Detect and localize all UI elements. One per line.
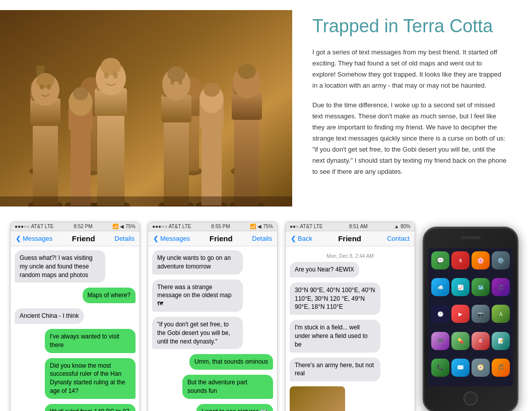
app-icon-weather[interactable]: ☁️: [431, 278, 449, 296]
msg-row: Are you Near? 4EWIX: [290, 262, 411, 281]
article-title: Trapped in Terra Cotta: [312, 15, 507, 37]
back-chevron-icon: ❮: [16, 235, 21, 242]
app-icon-game2[interactable]: 🎯: [472, 332, 490, 350]
message-bubble: 30°N 90°E, 40°N 100°E, 40°N 110°E, 30°N …: [290, 283, 380, 315]
app-icon-camera[interactable]: 📷: [472, 305, 490, 323]
back-chevron-icon: ❮: [291, 235, 296, 242]
svg-point-26: [47, 85, 51, 90]
phone-1-status-bar: ●●●○○ AT&T LTE 8:52 PM 📶 ◀ 75%: [11, 222, 140, 231]
phone-2: ●●●○○ AT&T LTE 8:55 PM 📶 ◀ 75% ❮ Message…: [148, 222, 278, 411]
message-bubble: "if you don't get set free, to the Gobi …: [152, 317, 243, 349]
svg-point-56: [73, 87, 88, 100]
svg-point-33: [101, 58, 121, 75]
phone-2-carrier: ●●●○○ AT&T LTE: [152, 224, 191, 229]
message-bubble: But the adventure part sounds fun: [182, 375, 273, 399]
phone-3-battery: ▲ 80%: [394, 224, 411, 229]
phone-1: ●●●○○ AT&T LTE 8:52 PM 📶 ◀ 75% ❮ Message…: [10, 222, 140, 411]
app-icon-health[interactable]: 💊: [451, 332, 470, 350]
svg-point-51: [238, 64, 256, 79]
phone-1-title: Friend: [72, 234, 95, 243]
app-icon-youtube[interactable]: ▶: [451, 305, 470, 323]
iphone-screen-grid: 💬 9 🌸 ⚙️ ☁️ 📈 🗺️ 🎵 🕐 ▶ 📷 A 🎮 💊 🎯 📝 📞 ✉️ …: [428, 248, 513, 386]
app-icon-stocks[interactable]: 📈: [451, 278, 470, 296]
svg-point-34: [104, 73, 109, 79]
msg-row: Ancient China - I think: [15, 308, 136, 327]
signal-icon: ▲: [394, 224, 399, 229]
app-icon-photos[interactable]: 🌸: [472, 251, 490, 269]
message-bubble: I'm stuck in a field... well under where…: [290, 320, 380, 352]
article-paragraph-2: Due to the time difference, I woke up to…: [312, 100, 507, 178]
svg-point-42: [167, 66, 185, 82]
msg-row: Maps of where?: [15, 288, 136, 306]
phone-3-status-bar: ●●○ AT&T LTE 8:51 AM ▲ 80%: [286, 222, 415, 231]
article-paragraph-1: I got a series of text messages from my …: [312, 47, 507, 91]
iphone-speaker: [460, 236, 481, 239]
phone-1-carrier: ●●●○○ AT&T LTE: [15, 224, 53, 229]
svg-rect-58: [202, 123, 222, 206]
app-icon-music[interactable]: 🎵: [492, 278, 510, 296]
msg-row: Wudi ruled from 140 BC to 87 BC: [15, 404, 136, 411]
svg-point-25: [40, 85, 44, 90]
hero-image: [0, 10, 292, 207]
app-icon-gear[interactable]: ⚙️: [492, 251, 510, 269]
phone-3-title: Friend: [338, 234, 361, 243]
svg-point-35: [113, 73, 118, 79]
msg-row: Umm, that sounds ominous: [152, 354, 273, 373]
app-icon-maps[interactable]: 🗺️: [472, 278, 490, 296]
phone-3-time: 8:51 AM: [349, 224, 368, 229]
message-bubble: I want to see pictures 📷: [196, 404, 273, 411]
wifi-icon: 📶: [250, 224, 256, 229]
phone-1-details-button[interactable]: Details: [114, 235, 135, 242]
phone-3-back-button[interactable]: ❮ Back: [291, 235, 312, 242]
svg-rect-19: [33, 121, 58, 206]
message-bubble: There's an army here, but not real: [290, 358, 380, 382]
iphone-home-button[interactable]: [463, 391, 478, 405]
phone-3-messages: Mon, Dec 8, 2:44 AM Are you Near? 4EWIX …: [286, 246, 415, 411]
phone-2-messages: My uncle wants to go on an adventure tom…: [148, 246, 277, 411]
app-icon-game[interactable]: 🎮: [431, 332, 449, 350]
svg-rect-46: [234, 116, 259, 206]
message-bubble: There was a strange message on the oldes…: [152, 280, 243, 312]
wifi-icon: 📶: [112, 224, 118, 229]
article-body: I got a series of text messages from my …: [312, 47, 507, 177]
svg-point-43: [170, 80, 174, 85]
app-icon-cal[interactable]: 9: [451, 251, 470, 269]
app-icon-sms[interactable]: 💬: [431, 251, 449, 269]
phone-2-back-button[interactable]: ❮ Messages: [153, 235, 190, 242]
phone-3-nav-bar[interactable]: ❮ Back Friend Contact: [286, 231, 415, 246]
svg-rect-53: [71, 126, 91, 206]
msg-row: There's an army here, but not real: [290, 358, 411, 385]
msg-row: "if you don't get set free, to the Gobi …: [152, 317, 273, 352]
app-icon-ipod[interactable]: 🎵: [492, 359, 510, 377]
msg-row: 30°N 90°E, 40°N 100°E, 40°N 110°E, 30°N …: [290, 283, 411, 318]
phone-3-carrier: ●●○ AT&T LTE: [290, 224, 322, 229]
app-icon-clock[interactable]: 🕐: [431, 305, 449, 323]
message-bubble: Maps of where?: [83, 288, 136, 303]
phone-2-battery: 📶 ◀ 75%: [250, 224, 273, 229]
physical-iphone: 💬 9 🌸 ⚙️ ☁️ 📈 🗺️ 🎵 🕐 ▶ 📷 A 🎮 💊 🎯 📝 📞 ✉️ …: [423, 227, 518, 411]
message-bubble: My uncle wants to go on an adventure tom…: [152, 250, 243, 275]
msg-row: I want to see pictures 📷: [152, 404, 273, 411]
phone-2-nav-bar[interactable]: ❮ Messages Friend Details: [148, 231, 277, 246]
message-bubble: I've always wanted to visit there: [45, 329, 136, 353]
msg-row: But the adventure part sounds fun: [152, 375, 273, 402]
svg-point-61: [204, 83, 220, 97]
phone-3-contact-button[interactable]: Contact: [387, 235, 410, 242]
app-icon-phone[interactable]: 📞: [431, 359, 449, 377]
phone-1-back-button[interactable]: ❮ Messages: [16, 235, 52, 242]
bottom-section: ●●●○○ AT&T LTE 8:52 PM 📶 ◀ 75% ❮ Message…: [0, 217, 532, 411]
message-bubble: Umm, that sounds ominous: [189, 354, 273, 370]
app-icon-appstore[interactable]: A: [492, 305, 510, 323]
app-icon-mail[interactable]: ✉️: [451, 359, 470, 377]
msg-row: I'm stuck in a field... well under where…: [290, 320, 411, 355]
app-icon-notes[interactable]: 📝: [492, 332, 510, 350]
svg-point-24: [36, 73, 54, 88]
phone-1-nav-bar[interactable]: ❮ Messages Friend Details: [11, 231, 140, 246]
phone-2-details-button[interactable]: Details: [252, 235, 272, 242]
msg-row: There was a strange message on the oldes…: [152, 280, 273, 315]
app-icon-safari[interactable]: 🧭: [472, 359, 490, 377]
message-bubble: Wudi ruled from 140 BC to 87 BC: [45, 404, 136, 411]
svg-rect-62: [0, 196, 292, 207]
phone-2-status-bar: ●●●○○ AT&T LTE 8:55 PM 📶 ◀ 75%: [148, 222, 277, 231]
svg-point-44: [178, 80, 182, 85]
